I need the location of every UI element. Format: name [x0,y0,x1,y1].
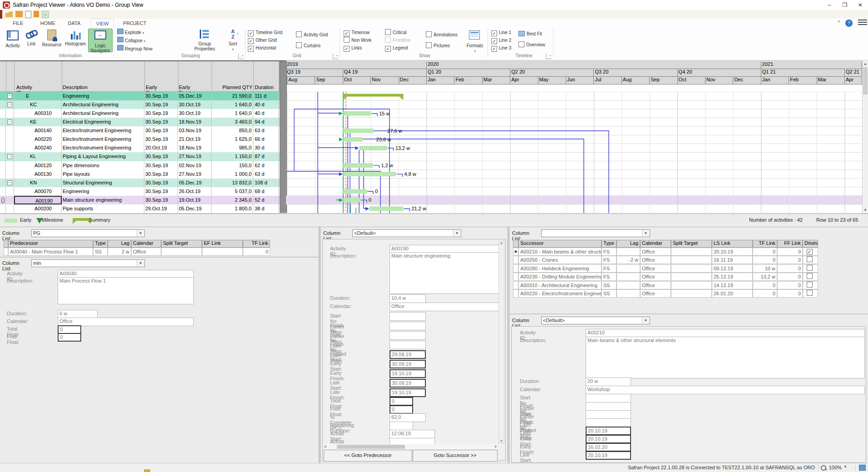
pred-cell[interactable]: SS [93,248,108,256]
scroll-down-icon[interactable]: ▼ [863,207,868,213]
succ-cell[interactable]: 0 [777,273,803,281]
succ-cell[interactable]: FS [602,264,616,273]
pred-cell[interactable]: A00040 - Main Process Flow 1 [8,248,93,256]
ribbon-checkbox-line-1[interactable]: Line 1 [491,29,511,36]
timeline-month[interactable]: Jul [594,77,621,84]
print-preview-icon[interactable] [25,11,31,18]
succ-cell[interactable]: 20.10.19 [712,248,753,256]
cell-description[interactable]: Electro/Instrument Engineering [62,135,144,144]
timeline-month[interactable]: Jan [427,77,454,84]
mid-form-description-[interactable]: Main structure engineering [390,252,501,294]
cell-early-start[interactable]: 30.Sep.19 [144,187,178,196]
right-column-list[interactable]: <Default>▼ [541,317,650,324]
ribbon-checkbox-timenow[interactable]: Timenow [344,29,370,36]
mid-form-finish-no-earlier-than-[interactable] [390,322,426,330]
ribbon-button-link[interactable]: Link [23,29,40,51]
right-form-finish-no-earlier-than-[interactable] [586,402,631,411]
ribbon-button-regroup-now[interactable]: Regroup Now [117,45,172,52]
cell-early-start[interactable]: 30.Sep.19 [144,126,178,135]
dialog-launcher-grouping-icon[interactable]: ⌐ [238,54,244,59]
left-form-free-float-[interactable]: 0 [58,333,81,342]
mid-form-free-float-[interactable]: 0 [390,405,413,414]
succ-col-ls-link[interactable]: LS Link [712,240,753,248]
ribbon-button-group-properties[interactable]: GroupProperties [191,29,219,51]
table-row-A00310[interactable]: A00310Architectural Engineering30.Sep.19… [0,109,280,118]
pred-col-predecessor[interactable]: Predecessor [8,240,93,248]
succ-cell[interactable]: A00280 - Helideck Engineering [518,264,602,273]
cell-activity-id[interactable]: A00200 [14,204,62,213]
succ-col-calendar[interactable]: Calendar [640,240,671,248]
cell-duration[interactable]: 66 d [253,135,279,144]
checkbox-icon[interactable] [385,37,391,43]
succ-cell[interactable]: A00220 - Electro/Instrument Engineerin [518,289,602,298]
cell-early-start[interactable]: 30.Sep.19 [144,170,178,179]
mid-form--complete-pc-[interactable]: 62,0 [390,413,426,422]
timeline-month[interactable]: Oct [678,77,705,84]
mid-form-calendar-[interactable]: Office [390,303,501,311]
checkbox-icon[interactable] [344,46,350,52]
checkbox-icon[interactable] [296,42,302,48]
cell-early-finish[interactable]: 30.Oct.19 [178,109,212,118]
timeline-year[interactable]: 2019 [286,61,427,69]
timeline-month[interactable]: Sep [315,77,343,84]
driving-checkbox-icon[interactable] [807,265,813,271]
mid-form-finish-no-later-than-[interactable] [390,341,426,349]
cell-description[interactable]: Piping & Layout Engineering [62,152,144,161]
ribbon-checkbox-timeline-grid[interactable]: Timeline Grid [248,29,282,36]
cell-early-start[interactable]: 20.Oct.19 [144,144,178,152]
cell-duration[interactable]: 94 d [253,118,279,126]
checkbox-icon[interactable] [385,46,391,52]
ribbon-button-logic-navigator[interactable]: ↔ LogicNavigator [88,29,113,52]
right-form-finish-no-later-than-[interactable] [586,418,631,427]
succ-cell[interactable]: Office [640,289,671,298]
cell-duration[interactable]: 111 d [253,92,279,100]
succ-column-list[interactable]: ▼ [541,229,650,237]
cell-planned-qty[interactable]: 5 037,0 [212,187,253,196]
cell-planned-qty[interactable]: 985,0 [212,144,253,152]
succ-cell[interactable]: Office [640,256,671,264]
dialog-launcher-grid-icon[interactable]: ⌐ [333,54,338,59]
pred-col-calendar[interactable]: Calendar [131,240,161,248]
cell-early-start[interactable]: 30.Sep.19 [144,179,178,187]
cell-activity-id[interactable]: A00130 [14,170,62,179]
succ-cell[interactable]: 26.01.20 [712,289,753,298]
succ-cell[interactable] [616,281,640,289]
timeline-quarter[interactable]: Q1 20 [427,69,510,77]
succ-cell[interactable] [671,264,712,273]
cell-duration[interactable]: 30 d [253,144,279,152]
ribbon-button-collapse[interactable]: Collapse ▾ [117,37,172,44]
timeline-month[interactable]: Dec [733,77,761,84]
pred-col-ef-link[interactable]: EF Link [202,240,243,248]
cell-early-start[interactable]: 30.Sep.19 [144,118,178,126]
cell-early-finish[interactable]: 05.Dec.19 [178,92,212,100]
ribbon-button-sort[interactable]: AZ↓ Sort▾ [223,29,242,51]
ribbon-checkbox-activity-grid[interactable]: Activity Grid [296,31,328,39]
cell-description[interactable]: Pipe dimensions [62,161,144,170]
right-form-calendar-[interactable]: Workshop [586,386,865,394]
pred-column-list[interactable]: PG▼ [31,229,145,237]
driving-checkbox-icon[interactable] [807,282,813,288]
table-row-A00240[interactable]: A00240Electro/Instrument Engineering20.O… [0,144,280,153]
panel-divider[interactable] [319,227,321,463]
succ-cell[interactable] [671,256,712,264]
view-mode-icon[interactable] [859,465,866,471]
succ-col-driving[interactable]: Driving [803,240,818,248]
cell-early-finish[interactable]: 02.Nov.19 [178,161,212,170]
timeline-month[interactable]: Feb [789,77,817,84]
timeline-quarter[interactable]: Q3 19 [286,69,343,77]
cell-early-finish[interactable]: 26.Oct.19 [178,187,212,196]
checkbox-icon[interactable] [344,37,350,43]
timeline-quarter[interactable]: Q1 21 [761,69,845,77]
succ-col-successor[interactable]: Successor [518,240,602,248]
succ-cell[interactable]: Office [640,281,671,289]
succ-cell[interactable]: SS [602,289,616,298]
timeline-month[interactable]: Jan [761,77,789,84]
cell-planned-qty[interactable]: 1 625,0 [212,135,253,144]
succ-cell[interactable]: 0 [753,248,777,256]
scroll-up-icon[interactable]: ▲ [863,61,868,67]
left-form-description-[interactable]: Main Process Flow 1 [58,277,194,304]
pred-col-type[interactable]: Type [93,240,108,248]
cell-description[interactable]: Electro/Instrument Engineering [62,144,144,152]
table-row-A00220[interactable]: A00220Electro/Instrument Engineering30.S… [0,135,280,144]
cell-early-finish[interactable]: 05.Dec.19 [178,179,212,187]
